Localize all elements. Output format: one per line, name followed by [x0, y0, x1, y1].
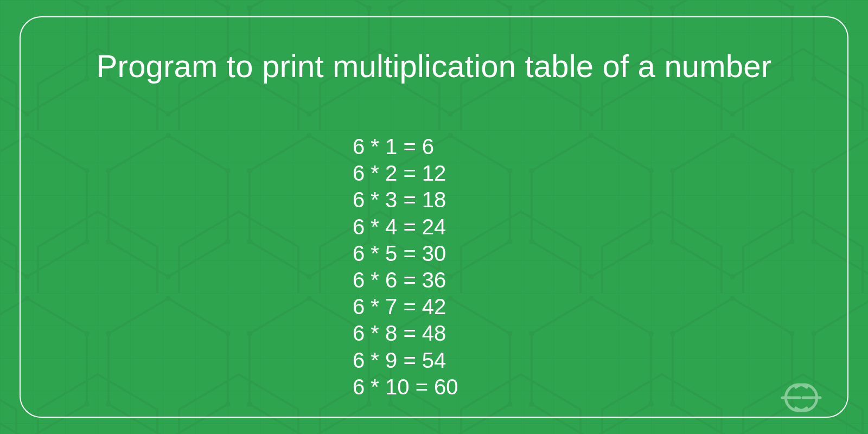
- multiplication-table: 6 * 1 = 6 6 * 2 = 12 6 * 3 = 18 6 * 4 = …: [353, 133, 458, 400]
- table-row: 6 * 8 = 48: [353, 320, 458, 347]
- table-row: 6 * 10 = 60: [353, 374, 458, 400]
- table-row: 6 * 7 = 42: [353, 293, 458, 320]
- table-row: 6 * 9 = 54: [353, 347, 458, 374]
- table-row: 6 * 1 = 6: [353, 133, 458, 160]
- table-row: 6 * 4 = 24: [353, 214, 458, 240]
- page-title: Program to print multiplication table of…: [0, 48, 868, 84]
- table-row: 6 * 6 = 36: [353, 267, 458, 293]
- table-row: 6 * 3 = 18: [353, 187, 458, 213]
- geeksforgeeks-logo-icon: [766, 381, 837, 414]
- table-row: 6 * 2 = 12: [353, 160, 458, 187]
- table-row: 6 * 5 = 30: [353, 240, 458, 267]
